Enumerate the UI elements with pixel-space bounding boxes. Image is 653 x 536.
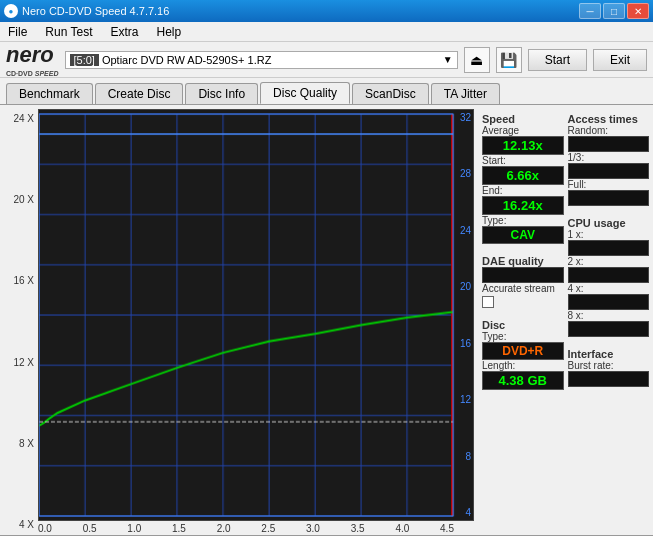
disc-type-value: DVD+R (482, 342, 564, 360)
burst-bar (568, 371, 650, 387)
tab-benchmark[interactable]: Benchmark (6, 83, 93, 104)
chart-container: 32 28 24 20 16 12 8 4 (38, 109, 474, 521)
access-times-section: Access times Random: 1/3: Full: (568, 109, 650, 206)
dae-section: DAE quality Accurate stream (482, 251, 564, 308)
close-button[interactable]: ✕ (627, 3, 649, 19)
one-third-bar (568, 163, 650, 179)
cpu-x1-label: 1 x: (568, 229, 650, 240)
y-right-8: 8 (455, 451, 471, 462)
dae-section-label: DAE quality (482, 255, 564, 267)
random-bar (568, 136, 650, 152)
maximize-button[interactable]: □ (603, 3, 625, 19)
tab-scandisc[interactable]: ScanDisc (352, 83, 429, 104)
panel-cols: Speed Average 12.13x Start: 6.66x End: 1… (482, 109, 649, 390)
drive-dropdown-arrow[interactable]: ▼ (443, 54, 453, 65)
cpu-x1-bar (568, 240, 650, 256)
menu-file[interactable]: File (4, 23, 31, 41)
y-right-12: 12 (455, 394, 471, 405)
drive-id: [5:0] (70, 54, 99, 66)
x-2.0: 2.0 (217, 523, 231, 534)
tab-disc-info[interactable]: Disc Info (185, 83, 258, 104)
tab-create-disc[interactable]: Create Disc (95, 83, 184, 104)
y-right-24: 24 (455, 225, 471, 236)
right-stat-col: Access times Random: 1/3: Full: CPU usag… (568, 109, 650, 390)
start-button[interactable]: Start (528, 49, 587, 71)
title-bar-left: ● Nero CD-DVD Speed 4.7.7.16 (4, 4, 169, 18)
cpu-x8-label: 8 x: (568, 310, 650, 321)
left-stat-col: Speed Average 12.13x Start: 6.66x End: 1… (482, 109, 564, 390)
accurate-stream-label: Accurate stream (482, 283, 564, 294)
nero-logo-text: nero (6, 42, 59, 68)
start-label: Start: (482, 155, 564, 166)
y-right-20: 20 (455, 281, 471, 292)
interface-label: Interface (568, 348, 650, 360)
x-1.0: 1.0 (127, 523, 141, 534)
y-left-12: 12 X (13, 357, 34, 368)
eject-button[interactable]: ⏏ (464, 47, 490, 73)
y-left-8: 8 X (19, 438, 34, 449)
tab-bar: Benchmark Create Disc Disc Info Disc Qua… (0, 78, 653, 105)
nero-logo-sub: CD·DVD SPEED (6, 70, 59, 77)
tab-ta-jitter[interactable]: TA Jitter (431, 83, 500, 104)
menu-run-test[interactable]: Run Test (41, 23, 96, 41)
title-bar-controls[interactable]: ─ □ ✕ (579, 3, 649, 19)
x-4.0: 4.0 (395, 523, 409, 534)
exit-button[interactable]: Exit (593, 49, 647, 71)
cpu-x2-label: 2 x: (568, 256, 650, 267)
y-left-16: 16 X (13, 275, 34, 286)
y-right-4: 4 (455, 507, 471, 518)
menu-bar: File Run Test Extra Help (0, 22, 653, 42)
interface-section: Interface Burst rate: (568, 344, 650, 387)
cpu-section: CPU usage 1 x: 2 x: 4 x: 8 x: (568, 213, 650, 337)
type-value: CAV (482, 226, 564, 244)
accurate-stream-checkbox[interactable] (482, 296, 494, 308)
cpu-x2-bar (568, 267, 650, 283)
menu-extra[interactable]: Extra (106, 23, 142, 41)
x-0.0: 0.0 (38, 523, 52, 534)
y-left-24: 24 X (13, 113, 34, 124)
chart-area: 24 X 20 X 16 X 12 X 8 X 4 X 32 28 24 20 (0, 105, 478, 535)
dae-quality-bar (482, 267, 564, 283)
minimize-button[interactable]: ─ (579, 3, 601, 19)
cpu-x4-label: 4 x: (568, 283, 650, 294)
cpu-x4-bar (568, 294, 650, 310)
y-right-28: 28 (455, 168, 471, 179)
full-label: Full: (568, 179, 650, 190)
y-left-20: 20 X (13, 194, 34, 205)
speed-section: Speed Average 12.13x Start: 6.66x End: 1… (482, 109, 564, 244)
disc-type-label: Type: (482, 331, 564, 342)
x-3.0: 3.0 (306, 523, 320, 534)
random-label: Random: (568, 125, 650, 136)
nero-logo: nero CD·DVD SPEED (6, 42, 59, 77)
main-content: 24 X 20 X 16 X 12 X 8 X 4 X 32 28 24 20 (0, 105, 653, 535)
y-axis-left: 24 X 20 X 16 X 12 X 8 X 4 X (4, 109, 36, 534)
x-2.5: 2.5 (261, 523, 275, 534)
tab-disc-quality[interactable]: Disc Quality (260, 82, 350, 104)
save-button[interactable]: 💾 (496, 47, 522, 73)
disc-section: Disc Type: DVD+R Length: 4.38 GB (482, 315, 564, 390)
disc-length-label: Length: (482, 360, 564, 371)
full-bar (568, 190, 650, 206)
app-icon: ● (4, 4, 18, 18)
type-label: Type: (482, 215, 564, 226)
drive-name: Optiarc DVD RW AD-5290S+ 1.RZ (102, 54, 440, 66)
x-axis: 0.0 0.5 1.0 1.5 2.0 2.5 3.0 3.5 4.0 4.5 (38, 523, 474, 534)
disc-length-value: 4.38 GB (482, 371, 564, 390)
x-4.5: 4.5 (440, 523, 454, 534)
y-right-32: 32 (455, 112, 471, 123)
x-1.5: 1.5 (172, 523, 186, 534)
start-value: 6.66x (482, 166, 564, 185)
app-title: Nero CD-DVD Speed 4.7.7.16 (22, 5, 169, 17)
menu-help[interactable]: Help (153, 23, 186, 41)
end-value: 16.24x (482, 196, 564, 215)
y-right-16: 16 (455, 338, 471, 349)
speed-section-label: Speed (482, 113, 564, 125)
end-label: End: (482, 185, 564, 196)
disc-section-label: Disc (482, 319, 564, 331)
one-third-label: 1/3: (568, 152, 650, 163)
chart-canvas (39, 110, 473, 520)
title-bar: ● Nero CD-DVD Speed 4.7.7.16 ─ □ ✕ (0, 0, 653, 22)
chart-canvas-area: 32 28 24 20 16 12 8 4 0.0 0.5 1.0 1.5 (38, 109, 474, 534)
average-label: Average (482, 125, 564, 136)
right-panel: Speed Average 12.13x Start: 6.66x End: 1… (478, 105, 653, 535)
